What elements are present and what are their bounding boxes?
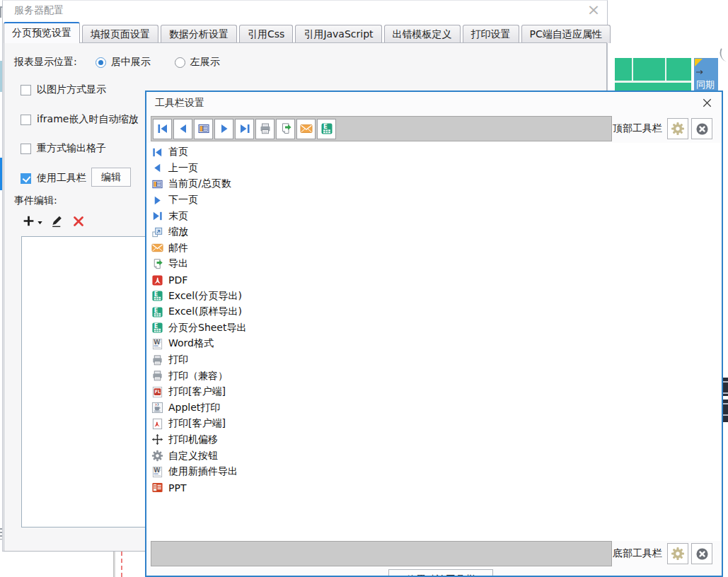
mail-icon: [151, 242, 163, 255]
toolbar-item-ppt[interactable]: PPT: [146, 479, 722, 496]
prev-page-icon: [177, 122, 190, 135]
excel-icon: [320, 122, 333, 135]
excel-icon: [151, 290, 163, 303]
edit-toolbar-button[interactable]: 编辑: [91, 168, 131, 187]
gear-icon: [671, 547, 685, 561]
toolbar-item-excel-sheet[interactable]: 分页分Sheet导出: [146, 320, 722, 337]
preview-last-page-button[interactable]: [235, 119, 254, 139]
toolbar-item-excel-paged[interactable]: Excel(分页导出): [146, 288, 722, 304]
print-icon: [259, 122, 272, 135]
toolbar-item-pdf[interactable]: PDF: [146, 272, 722, 288]
toolbar-item-last-page[interactable]: 末页: [146, 208, 722, 224]
mail-icon: [300, 122, 313, 135]
pdf-icon: [151, 274, 163, 286]
preview-current-page-button[interactable]: [194, 119, 213, 139]
preview-print-button[interactable]: [255, 119, 275, 139]
grid-line: [632, 58, 633, 81]
report-blue-cell: 同期: [694, 58, 718, 91]
ppt-icon: [151, 482, 163, 494]
export-icon: [279, 122, 292, 135]
tab-fill-page[interactable]: 填报页面设置: [82, 25, 158, 43]
preview-next-page-button[interactable]: [214, 119, 233, 139]
bottom-toolbar-settings-button[interactable]: [667, 543, 688, 564]
preview-mail-button[interactable]: [296, 119, 316, 139]
toolbar-item-export[interactable]: 导出: [146, 256, 722, 272]
prev-page-icon: [151, 162, 163, 175]
report-grid-cells: [615, 58, 691, 91]
radio-center-display[interactable]: [96, 57, 106, 68]
window-title: 服务器配置: [14, 4, 64, 17]
add-event-caret-icon[interactable]: [37, 220, 43, 226]
checkbox-iframe-autoscale[interactable]: [21, 115, 31, 125]
radio-center-label[interactable]: 居中展示: [111, 56, 151, 69]
preview-first-page-button[interactable]: [153, 119, 172, 139]
dialog-title: 工具栏设置: [155, 97, 204, 110]
delete-event-icon[interactable]: [72, 215, 85, 228]
tab-print-settings[interactable]: 打印设置: [463, 25, 519, 43]
checkbox-iframe-autoscale-label: iframe嵌入时自动缩放: [37, 113, 138, 126]
preview-export-button[interactable]: [276, 119, 295, 139]
toolbar-item-current-page[interactable]: 当前页/总页数: [146, 176, 722, 192]
grid-line: [665, 58, 666, 81]
export-icon: [151, 257, 163, 270]
excel-icon: [151, 322, 163, 334]
checkbox-use-toolbar[interactable]: [21, 173, 31, 184]
tab-javascript[interactable]: 引用JavaScript: [295, 25, 381, 43]
toolbar-item-zoom[interactable]: 缩放: [146, 224, 722, 240]
toolbar-item-flash-print[interactable]: 打印[客户端]: [146, 384, 722, 400]
current-page-icon: [197, 122, 210, 135]
checkbox-heavy-output[interactable]: [21, 144, 31, 154]
checkbox-image-display[interactable]: [21, 85, 31, 95]
first-page-icon: [151, 146, 163, 158]
add-event-icon[interactable]: [22, 214, 35, 228]
top-toolbar-label: 顶部工具栏: [613, 122, 662, 135]
toolbar-item-new-plugin-export[interactable]: 使用新插件导出: [146, 464, 722, 480]
toolbar-item-mail[interactable]: 邮件: [146, 240, 722, 257]
last-page-icon: [238, 122, 251, 135]
top-toolbar-disable-button[interactable]: [691, 118, 712, 139]
tab-paging-preview[interactable]: 分页预览设置: [4, 22, 80, 43]
grid-line: [615, 81, 691, 83]
radio-left-display[interactable]: [175, 57, 185, 68]
bottom-toolbar-disable-button[interactable]: [691, 543, 712, 564]
toolbar-item-print-compat[interactable]: 打印（兼容）: [146, 368, 722, 384]
use-default-toolbar-button[interactable]: 使用默认工具栏: [388, 569, 493, 577]
tab-data-analysis[interactable]: 数据分析设置: [161, 25, 237, 43]
top-toolbar-settings-button[interactable]: [667, 118, 688, 139]
toolbar-item-printer-offset[interactable]: 打印机偏移: [146, 432, 722, 448]
toolbar-item-excel-original[interactable]: Excel(原样导出): [146, 304, 722, 320]
preview-prev-page-button[interactable]: [173, 119, 192, 139]
toolbar-item-first-page[interactable]: 首页: [146, 144, 722, 161]
cell-arrow-icon: [696, 70, 705, 74]
toolbar-item-print[interactable]: 打印: [146, 352, 722, 368]
toolbar-item-next-page[interactable]: 下一页: [146, 192, 722, 209]
toolbar-item-applet-print[interactable]: Applet打印: [146, 400, 722, 416]
bottom-toolbar-label: 底部工具栏: [613, 547, 662, 560]
tab-error-template[interactable]: 出错模板定义: [384, 25, 461, 43]
toolbar-item-pdf-print[interactable]: 打印[客户端]: [146, 416, 722, 432]
tab-css[interactable]: 引用Css: [239, 25, 293, 43]
edit-event-icon[interactable]: [50, 214, 64, 228]
checkbox-use-toolbar-label: 使用工具栏: [37, 172, 86, 185]
x-circle-icon: [695, 122, 709, 136]
preview-excel-button[interactable]: [317, 119, 336, 139]
radio-left-label[interactable]: 左展示: [190, 56, 220, 69]
background-pencil-fragment: [717, 48, 728, 62]
toolbar-item-custom-button[interactable]: 自定义按钮: [146, 448, 722, 464]
tab-pc-adaptive[interactable]: PC端自适应属性: [521, 25, 611, 43]
gear-icon: [671, 122, 685, 136]
new-plugin-export-icon: [151, 465, 163, 478]
x-circle-icon: [695, 547, 709, 561]
zoom-icon: [151, 226, 163, 238]
toolbar-item-prev-page[interactable]: 上一页: [146, 161, 722, 177]
cell-text: 同期: [696, 78, 715, 91]
page-margin-line: [113, 552, 115, 577]
toolbar-item-list: 首页 上一页 当前页/总页数 下一页 末页 缩放 邮件 导出 PDF Excel…: [146, 143, 722, 541]
checkbox-heavy-output-label: 重方式输出格子: [37, 142, 106, 155]
window-close-icon[interactable]: ×: [584, 1, 603, 19]
toolbar-item-word[interactable]: Word格式: [146, 336, 722, 352]
printer-offset-icon: [151, 433, 163, 446]
last-page-icon: [151, 210, 163, 223]
display-position-label: 报表显示位置:: [14, 56, 77, 69]
dialog-close-icon[interactable]: [701, 97, 713, 109]
